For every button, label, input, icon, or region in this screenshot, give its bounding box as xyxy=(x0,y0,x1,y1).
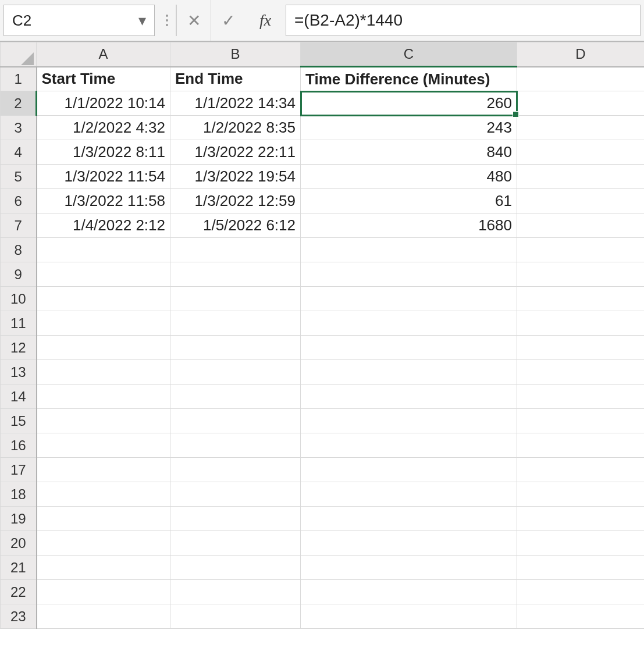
cell-C23[interactable] xyxy=(301,604,517,629)
row-header-18[interactable]: 18 xyxy=(1,482,37,507)
cell-C19[interactable] xyxy=(301,507,517,531)
cell-B12[interactable] xyxy=(170,336,301,360)
column-header-B[interactable]: B xyxy=(170,42,301,67)
cell-C7[interactable]: 1680 xyxy=(301,213,517,238)
row-header-21[interactable]: 21 xyxy=(1,556,37,580)
cell-B1[interactable]: End Time xyxy=(170,67,301,91)
cell-A2[interactable]: 1/1/2022 10:14 xyxy=(37,91,170,116)
cell-B8[interactable] xyxy=(170,238,301,262)
name-box[interactable]: C2 ▾ xyxy=(3,5,155,36)
cell-B15[interactable] xyxy=(170,409,301,433)
cell-A14[interactable] xyxy=(37,384,170,409)
cell-B17[interactable] xyxy=(170,458,301,482)
cell-B18[interactable] xyxy=(170,482,301,507)
cell-C9[interactable] xyxy=(301,262,517,287)
row-header-10[interactable]: 10 xyxy=(1,287,37,311)
cell-B16[interactable] xyxy=(170,433,301,458)
cell-B19[interactable] xyxy=(170,507,301,531)
cell-D6[interactable] xyxy=(517,189,645,213)
cell-B11[interactable] xyxy=(170,311,301,336)
formula-input[interactable]: =(B2-A2)*1440 xyxy=(286,5,641,36)
column-header-A[interactable]: A xyxy=(37,42,170,67)
cell-A21[interactable] xyxy=(37,556,170,580)
cell-D12[interactable] xyxy=(517,336,645,360)
cell-A15[interactable] xyxy=(37,409,170,433)
cell-B3[interactable]: 1/2/2022 8:35 xyxy=(170,116,301,140)
row-header-2[interactable]: 2 xyxy=(1,91,37,116)
cell-D22[interactable] xyxy=(517,580,645,604)
cell-D10[interactable] xyxy=(517,287,645,311)
cell-C2[interactable]: 260 xyxy=(301,91,517,116)
cell-A7[interactable]: 1/4/2022 2:12 xyxy=(37,213,170,238)
cell-A19[interactable] xyxy=(37,507,170,531)
cell-A13[interactable] xyxy=(37,360,170,384)
cell-B2[interactable]: 1/1/2022 14:34 xyxy=(170,91,301,116)
formula-bar-options-icon[interactable] xyxy=(158,0,176,41)
select-all-corner[interactable] xyxy=(1,42,37,67)
cell-B20[interactable] xyxy=(170,531,301,556)
cell-C16[interactable] xyxy=(301,433,517,458)
cell-B5[interactable]: 1/3/2022 19:54 xyxy=(170,165,301,189)
cell-B22[interactable] xyxy=(170,580,301,604)
cell-A8[interactable] xyxy=(37,238,170,262)
cell-A23[interactable] xyxy=(37,604,170,629)
row-header-11[interactable]: 11 xyxy=(1,311,37,336)
cell-D14[interactable] xyxy=(517,384,645,409)
cell-A3[interactable]: 1/2/2022 4:32 xyxy=(37,116,170,140)
cell-B7[interactable]: 1/5/2022 6:12 xyxy=(170,213,301,238)
row-header-5[interactable]: 5 xyxy=(1,165,37,189)
enter-button[interactable]: ✓ xyxy=(211,0,245,41)
row-header-15[interactable]: 15 xyxy=(1,409,37,433)
cell-C22[interactable] xyxy=(301,580,517,604)
row-header-9[interactable]: 9 xyxy=(1,262,37,287)
cell-C12[interactable] xyxy=(301,336,517,360)
cell-D4[interactable] xyxy=(517,140,645,165)
cell-B4[interactable]: 1/3/2022 22:11 xyxy=(170,140,301,165)
cell-A16[interactable] xyxy=(37,433,170,458)
cell-B14[interactable] xyxy=(170,384,301,409)
column-header-D[interactable]: D xyxy=(517,42,645,67)
cell-D2[interactable] xyxy=(517,91,645,116)
cell-A5[interactable]: 1/3/2022 11:54 xyxy=(37,165,170,189)
cell-B6[interactable]: 1/3/2022 12:59 xyxy=(170,189,301,213)
cell-A17[interactable] xyxy=(37,458,170,482)
cell-C6[interactable]: 61 xyxy=(301,189,517,213)
cell-A10[interactable] xyxy=(37,287,170,311)
row-header-13[interactable]: 13 xyxy=(1,360,37,384)
row-header-12[interactable]: 12 xyxy=(1,336,37,360)
cell-A22[interactable] xyxy=(37,580,170,604)
cell-D20[interactable] xyxy=(517,531,645,556)
row-header-3[interactable]: 3 xyxy=(1,116,37,140)
cell-A11[interactable] xyxy=(37,311,170,336)
row-header-17[interactable]: 17 xyxy=(1,458,37,482)
cell-D9[interactable] xyxy=(517,262,645,287)
cell-C14[interactable] xyxy=(301,384,517,409)
cell-C11[interactable] xyxy=(301,311,517,336)
row-header-20[interactable]: 20 xyxy=(1,531,37,556)
cell-A1[interactable]: Start Time xyxy=(37,67,170,91)
cell-C3[interactable]: 243 xyxy=(301,116,517,140)
cell-C1[interactable]: Time Difference (Minutes) xyxy=(301,67,517,91)
row-header-1[interactable]: 1 xyxy=(1,67,37,91)
cell-C18[interactable] xyxy=(301,482,517,507)
row-header-4[interactable]: 4 xyxy=(1,140,37,165)
cell-B21[interactable] xyxy=(170,556,301,580)
row-header-19[interactable]: 19 xyxy=(1,507,37,531)
cell-D1[interactable] xyxy=(517,67,645,91)
cell-B10[interactable] xyxy=(170,287,301,311)
cell-C13[interactable] xyxy=(301,360,517,384)
cell-D5[interactable] xyxy=(517,165,645,189)
row-header-7[interactable]: 7 xyxy=(1,213,37,238)
row-header-16[interactable]: 16 xyxy=(1,433,37,458)
cell-D8[interactable] xyxy=(517,238,645,262)
cell-C17[interactable] xyxy=(301,458,517,482)
cell-B13[interactable] xyxy=(170,360,301,384)
cell-D16[interactable] xyxy=(517,433,645,458)
name-box-dropdown-icon[interactable]: ▾ xyxy=(138,12,146,30)
cell-D15[interactable] xyxy=(517,409,645,433)
cancel-button[interactable]: ✕ xyxy=(177,0,211,41)
cell-D18[interactable] xyxy=(517,482,645,507)
cell-A18[interactable] xyxy=(37,482,170,507)
row-header-6[interactable]: 6 xyxy=(1,189,37,213)
cell-A4[interactable]: 1/3/2022 8:11 xyxy=(37,140,170,165)
